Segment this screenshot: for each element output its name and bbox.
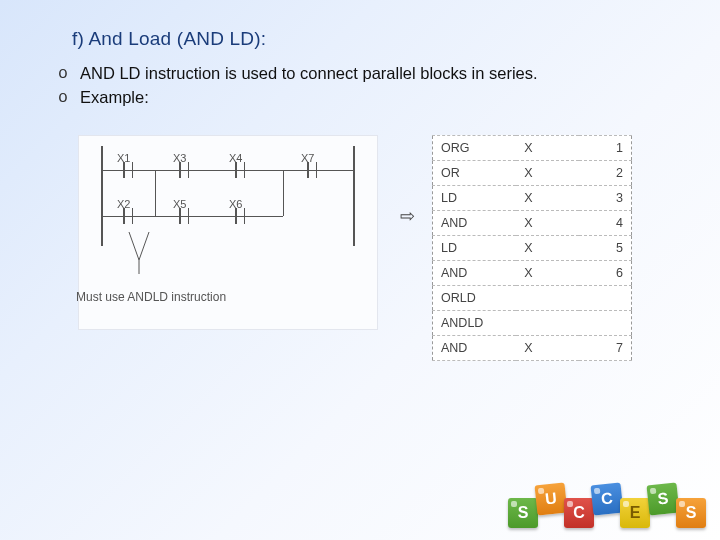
svg-line-0 <box>129 232 139 260</box>
letter: S <box>686 504 697 522</box>
arg-cell <box>516 311 579 336</box>
arg-cell: X <box>516 236 579 261</box>
branch-v1 <box>155 170 156 216</box>
bullet-text: AND LD instruction is used to connect pa… <box>80 62 538 86</box>
letter-block: S <box>508 498 538 528</box>
letter: S <box>518 504 529 522</box>
section-title: f) And Load (AND LD): <box>72 28 266 50</box>
list-item: o AND LD instruction is used to connect … <box>58 62 538 86</box>
bullet-list: o AND LD instruction is used to connect … <box>58 62 538 110</box>
letter-block: E <box>620 498 650 528</box>
num-cell: 1 <box>579 136 631 161</box>
bullet-marker: o <box>58 62 80 86</box>
letter: S <box>657 489 669 508</box>
letter-block: C <box>591 483 624 516</box>
bullet-text: Example: <box>80 86 149 110</box>
svg-line-1 <box>139 232 149 260</box>
contact-x4 <box>227 160 253 180</box>
num-cell <box>579 311 631 336</box>
op-cell: AND <box>433 336 517 361</box>
letter: C <box>600 489 613 508</box>
num-cell: 4 <box>579 211 631 236</box>
table-row: LDX3 <box>433 186 632 211</box>
list-item: o Example: <box>58 86 538 110</box>
success-blocks-decoration: S U C C E S S <box>510 472 706 528</box>
op-cell: LD <box>433 236 517 261</box>
pointer-vee <box>109 232 169 274</box>
op-cell: ORG <box>433 136 517 161</box>
diagram-annotation: Must use ANDLD instruction <box>76 290 226 304</box>
num-cell: 5 <box>579 236 631 261</box>
arg-cell <box>516 286 579 311</box>
op-cell: AND <box>433 261 517 286</box>
arg-cell: X <box>516 336 579 361</box>
branch-v2 <box>283 170 284 216</box>
num-cell <box>579 286 631 311</box>
table-row: ANDX4 <box>433 211 632 236</box>
op-cell: AND <box>433 211 517 236</box>
arg-cell: X <box>516 136 579 161</box>
arg-cell: X <box>516 261 579 286</box>
contact-x1 <box>115 160 141 180</box>
table-row: LDX5 <box>433 236 632 261</box>
letter-block: S <box>647 483 680 516</box>
letter-block: C <box>564 498 594 528</box>
letter-block: U <box>535 483 568 516</box>
arg-cell: X <box>516 161 579 186</box>
contact-x2 <box>115 206 141 226</box>
letter: C <box>573 504 585 522</box>
num-cell: 6 <box>579 261 631 286</box>
op-cell: LD <box>433 186 517 211</box>
contact-x6 <box>227 206 253 226</box>
table-row: ANDX6 <box>433 261 632 286</box>
arg-cell: X <box>516 211 579 236</box>
letter: U <box>544 489 557 508</box>
instruction-table: ORGX1 ORX2 LDX3 ANDX4 LDX5 ANDX6 ORLD AN… <box>432 135 632 361</box>
table-row: ORX2 <box>433 161 632 186</box>
contact-x5 <box>171 206 197 226</box>
arrow-right-icon: ⇨ <box>400 205 415 227</box>
arg-cell: X <box>516 186 579 211</box>
letter: E <box>630 504 641 522</box>
op-cell: ANDLD <box>433 311 517 336</box>
op-cell: OR <box>433 161 517 186</box>
op-cell: ORLD <box>433 286 517 311</box>
letter-block: S <box>676 498 706 528</box>
left-rail <box>101 146 103 246</box>
table-row: ANDLD <box>433 311 632 336</box>
right-rail <box>353 146 355 246</box>
contact-x7 <box>299 160 325 180</box>
table-row: ANDX7 <box>433 336 632 361</box>
table-row: ORGX1 <box>433 136 632 161</box>
table-row: ORLD <box>433 286 632 311</box>
contact-x3 <box>171 160 197 180</box>
bullet-marker: o <box>58 86 80 110</box>
num-cell: 7 <box>579 336 631 361</box>
num-cell: 2 <box>579 161 631 186</box>
num-cell: 3 <box>579 186 631 211</box>
